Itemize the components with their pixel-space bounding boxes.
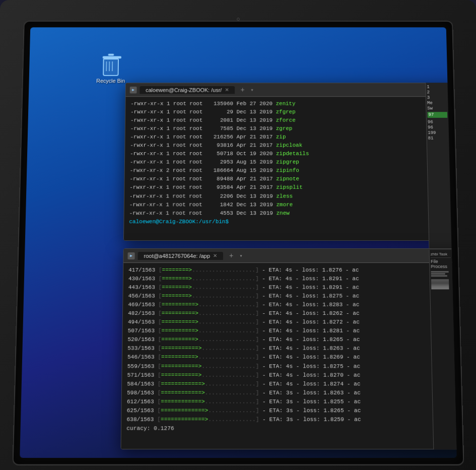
progress-row: 612/1563 [============>...............] … [126,397,456,406]
terminal-top-tab-label: caloewen@Craig-ZBOOK: /usr/ [146,87,222,93]
file-row: -rwxr-xr-x 1 root root 135960 Feb 27 202… [130,100,457,108]
recycle-bin-icon[interactable]: Recycle Bin [93,55,128,84]
close-button[interactable]: ✕ [454,251,456,259]
side-num-3: 3 [427,95,447,100]
new-tab-button-2[interactable]: + [226,251,236,259]
terminal-top-tab-close[interactable]: ✕ [225,87,229,92]
terminal-bottom-tab-close[interactable]: ✕ [213,252,217,258]
side-sw-label: Sw [427,106,447,111]
tab-dropdown-button-2[interactable]: ▾ [239,252,242,258]
progress-row: 507/1563 [==========>.................] … [127,326,456,335]
terminal-bottom-icon [127,252,134,259]
screen-bezel: Recycle Bin caloewen@Craig-ZBOOK: /usr/ … [13,21,463,464]
terminal-bottom-titlebar: root@a4812767064e: /app ✕ + ▾ ─ □ ✕ [123,248,456,262]
file-row: -rwxr-xr-x 1 root root 89488 Apr 21 2017… [129,175,456,183]
tab-dropdown-button[interactable]: ▾ [250,87,253,93]
side-val-4: 81 [428,136,448,141]
bin-line [111,61,112,71]
side-val-2: 96 [428,125,448,130]
terminal-top-tab[interactable]: caloewen@Craig-ZBOOK: /usr/ ✕ [140,86,234,93]
bin-line [106,61,107,71]
file-listing: -rwxr-xr-x 1 root root 135960 Feb 27 202… [129,100,456,218]
progress-row: 482/1563 [==========>.................] … [127,309,456,318]
progress-row: 546/1563 [==========>.................] … [127,353,456,362]
side-info-panel: 1 2 3 Me Sw 97 96 96 199 81 [425,83,451,251]
progress-row: 430/1563 [========>...................] … [128,275,456,283]
bin-line [109,61,110,71]
side-green-bar: 97 [427,112,447,118]
file-row: -rwxr-xr-x 1 root root 4553 Dec 13 2019 … [129,209,456,217]
terminal-top-prompt: caloewen@Craig-ZBOOK:/usr/bin$ [129,217,457,226]
progress-row: 533/1563 [===========>................] … [127,344,457,353]
terminal-top-icon [129,86,137,93]
terminal-bottom-body: 417/1563 [========>...................] … [121,263,456,449]
progress-row: 520/1563 [==========>.................] … [127,335,456,344]
file-row: -rwxr-xr-x 2 root root 186664 Aug 15 201… [129,166,456,175]
file-row: -rwxr-xr-x 1 root root 216256 Apr 21 201… [130,133,456,142]
progress-row: 625/1563 [=============>..............] … [126,406,456,415]
progress-row: 494/1563 [==========>.................] … [127,318,456,326]
terminal-bottom-tab-label: root@a4812767064e: /app [144,252,210,258]
file-row: -rwxr-xr-x 1 root root 1842 Dec 13 2019 … [129,200,456,209]
terminal-top-window: caloewen@Craig-ZBOOK: /usr/ ✕ + ▾ -rwxr-… [123,83,456,241]
progress-row: 598/1563 [============>...............] … [126,388,456,397]
progress-row: 559/1563 [===========>................] … [127,362,456,371]
bin-lid [102,56,121,58]
desktop-screen: Recycle Bin caloewen@Craig-ZBOOK: /usr/ … [20,27,457,458]
rp2-label1: zhbi Task [430,251,450,257]
file-row: -rwxr-xr-x 1 root root 2953 Aug 15 2019 … [129,158,456,167]
mini-chart [431,271,451,289]
side-val-1: 96 [427,119,447,124]
bin-lines [106,61,113,71]
file-row: -rwxr-xr-x 1 root root 2081 Dec 13 2019 … [130,116,456,125]
file-row: -rwxr-xr-x 1 root root 50718 Oct 19 2020… [129,150,456,158]
bin-body [103,58,119,76]
bin-handle [108,53,114,55]
progress-listing: 417/1563 [========>...................] … [126,266,456,424]
terminal-bottom-window: root@a4812767064e: /app ✕ + ▾ ─ □ ✕ 417/… [120,248,456,449]
laptop-outer: Recycle Bin caloewen@Craig-ZBOOK: /usr/ … [0,0,476,470]
terminal-top-titlebar: caloewen@Craig-ZBOOK: /usr/ ✕ + ▾ [125,83,456,97]
terminal-bottom-tab[interactable]: root@a4812767064e: /app ✕ [138,251,223,259]
progress-row: 584/1563 [============>...............] … [127,379,457,388]
progress-row: 469/1563 [==========>.................] … [128,300,457,309]
side-num-1: 1 [427,85,447,90]
right-panel-2: zhbi Task File Process [429,249,456,449]
progress-row: 571/1563 [===========>................] … [127,371,456,380]
progress-row: 456/1563 [========>...................] … [128,292,456,300]
rp2-process: Process [431,264,451,269]
progress-row: 638/1563 [=============>..............] … [126,415,456,424]
file-row: -rwxr-xr-x 1 root root 93584 Apr 21 2017… [129,183,457,192]
new-tab-button[interactable]: + [237,86,247,93]
rp2-file: File [430,259,450,264]
side-mem-label: Me [427,100,447,105]
recycle-bin-label: Recycle Bin [96,78,125,84]
file-row: -rwxr-xr-x 1 root root 93816 Apr 21 2017… [130,141,457,150]
file-row: -rwxr-xr-x 1 root root 29 Dec 13 2019 zf… [130,108,457,116]
side-val-3: 199 [428,130,448,136]
webcam-dot [237,18,240,21]
progress-row: 443/1563 [========>...................] … [128,283,456,292]
accuracy-line: curacy: 0.1276 [126,424,457,433]
recycle-bin-image [101,55,121,76]
terminal-top-body: -rwxr-xr-x 1 root root 135960 Feb 27 202… [123,97,456,240]
progress-row: 417/1563 [========>...................] … [128,266,457,275]
side-num-2: 2 [427,90,447,95]
file-row: -rwxr-xr-x 1 root root 2206 Dec 13 2019 … [129,192,456,200]
file-row: -rwxr-xr-x 1 root root 7585 Dec 13 2019 … [130,124,456,133]
